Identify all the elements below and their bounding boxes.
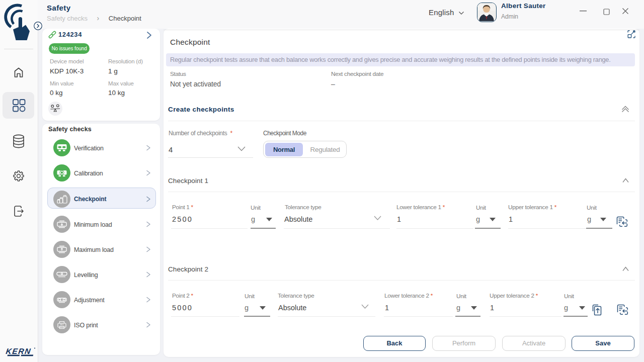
svg-text:KERN: KERN — [6, 347, 32, 356]
svg-text:ISO: ISO — [60, 323, 64, 326]
